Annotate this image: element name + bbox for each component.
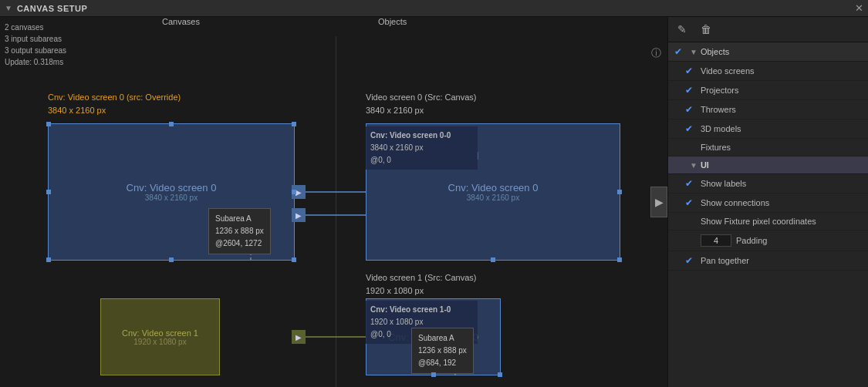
show-labels-label: Show labels bbox=[701, 179, 746, 188]
objects-checkmark: ✔ bbox=[674, 46, 685, 57]
obj-video1-label: Video screen 1 (Src: Canvas) 1920 x 1080… bbox=[366, 271, 476, 297]
canvas1-left-box[interactable]: Cnv: Video screen 1 1920 x 1080 px bbox=[100, 298, 220, 375]
sidebar-item-fixtures[interactable]: Fixtures bbox=[668, 139, 868, 156]
stat-output: 3 output subareas bbox=[5, 45, 66, 56]
resize-handle-bl[interactable] bbox=[46, 257, 51, 262]
canvas-area[interactable]: 2 canvases 3 input subareas 3 output sub… bbox=[0, 17, 667, 387]
resize-handle-mr[interactable] bbox=[292, 190, 296, 194]
edit-icon-btn[interactable]: ✎ bbox=[674, 22, 690, 37]
arrow-right-1: ▶ bbox=[292, 330, 306, 344]
stats-overlay: 2 canvases 3 input subareas 3 output sub… bbox=[5, 22, 66, 68]
fixtures-label: Fixtures bbox=[701, 143, 731, 152]
canvas1-center-sub: 1920 x 1080 px bbox=[122, 338, 198, 346]
stat-canvases: 2 canvases bbox=[5, 22, 66, 33]
obj1-resize-bc[interactable] bbox=[431, 372, 436, 377]
sidebar-item-projectors[interactable]: ✔ Projectors bbox=[668, 81, 868, 100]
objects-section-header[interactable]: ✔ ▼ Objects bbox=[668, 42, 868, 62]
3d-models-check: ✔ bbox=[685, 123, 696, 134]
padding-input[interactable] bbox=[701, 234, 731, 247]
ui-chevron-icon: ▼ bbox=[690, 161, 697, 170]
pan-together-check: ✔ bbox=[685, 255, 696, 266]
resize-handle-tc[interactable] bbox=[169, 122, 174, 126]
padding-row: Padding bbox=[668, 231, 868, 251]
panel-divider bbox=[336, 36, 336, 387]
canvas1-center-text: Cnv: Video screen 1 bbox=[122, 328, 198, 338]
throwers-label: Throwers bbox=[701, 105, 736, 114]
collapse-button[interactable]: ▶ bbox=[650, 187, 667, 217]
arrow-right-0b: ▶ bbox=[292, 208, 306, 222]
canvas0-center-text: Cnv: Video screen 0 bbox=[127, 182, 217, 194]
canvas0-center-sub: 3840 x 2160 px bbox=[127, 194, 217, 202]
obj0-resize-br[interactable] bbox=[617, 257, 622, 262]
video-screens-check: ✔ bbox=[685, 66, 696, 76]
show-connections-check: ✔ bbox=[685, 197, 696, 208]
subarea-size-right: 1236 x 888 px bbox=[418, 345, 467, 357]
projectors-label: Projectors bbox=[701, 86, 739, 95]
ui-section-header[interactable]: ▼ UI bbox=[668, 156, 868, 174]
projectors-check: ✔ bbox=[685, 85, 696, 96]
obj-video0-inner: Cnv: Video screen 0-0 3840 x 2160 px @0,… bbox=[366, 126, 478, 170]
subarea-title-left: Subarea A bbox=[215, 213, 264, 225]
3d-models-label: 3D models bbox=[701, 124, 741, 133]
right-panel-list: ✔ ▼ Objects ✔ Video screens ✔ Projectors… bbox=[668, 42, 868, 387]
right-panel: ✎ 🗑 ✔ ▼ Objects ✔ Video screens ✔ bbox=[667, 17, 868, 387]
stat-update: Update: 0.318ms bbox=[5, 56, 66, 68]
ui-section-label: UI bbox=[701, 160, 862, 170]
sidebar-item-3d-models[interactable]: ✔ 3D models bbox=[668, 119, 868, 139]
sidebar-item-show-connections[interactable]: ✔ Show connections bbox=[668, 194, 868, 213]
subarea-title-right: Subarea A bbox=[418, 332, 467, 345]
obj0-center-sub: 3840 x 2160 px bbox=[448, 194, 539, 202]
obj1-resize-br[interactable] bbox=[498, 372, 502, 377]
padding-label: Padding bbox=[736, 236, 767, 245]
col-canvases-header: Canvases bbox=[162, 17, 200, 26]
sidebar-item-pan-together[interactable]: ✔ Pan together bbox=[668, 251, 868, 271]
sidebar-item-throwers[interactable]: ✔ Throwers bbox=[668, 100, 868, 119]
subarea-pos-left: @2604, 1272 bbox=[215, 237, 264, 250]
info-button[interactable]: ⓘ bbox=[651, 46, 661, 60]
objects-chevron-icon: ▼ bbox=[690, 48, 697, 56]
resize-handle-tl[interactable] bbox=[46, 122, 51, 126]
titlebar: ▼ CANVAS SETUP ✕ bbox=[0, 0, 868, 17]
subarea-popup-left: Subarea A 1236 x 888 px @2604, 1272 bbox=[208, 208, 271, 254]
right-toolbar: ✎ 🗑 bbox=[668, 17, 868, 42]
show-fixture-coords-label: Show Fixture pixel coordinates bbox=[701, 217, 816, 226]
sidebar-item-video-screens[interactable]: ✔ Video screens bbox=[668, 62, 868, 81]
sidebar-item-show-labels[interactable]: ✔ Show labels bbox=[668, 174, 868, 194]
titlebar-chevron-icon: ▼ bbox=[5, 4, 12, 12]
subarea-popup-right: Subarea A 1236 x 888 px @684, 192 bbox=[411, 328, 474, 374]
obj-video0-label: Video screen 0 (Src: Canvas) 3840 x 2160… bbox=[366, 91, 476, 116]
resize-handle-ml[interactable] bbox=[46, 190, 51, 194]
sidebar-item-show-fixture-coords[interactable]: Show Fixture pixel coordinates bbox=[668, 213, 868, 231]
obj0-resize-bc[interactable] bbox=[491, 257, 495, 262]
video-screens-label: Video screens bbox=[701, 66, 755, 76]
titlebar-title: CANVAS SETUP bbox=[17, 4, 855, 13]
pan-together-label: Pan together bbox=[701, 256, 749, 265]
subarea-size-left: 1236 x 888 px bbox=[215, 225, 264, 237]
obj0-center-text: Cnv: Video screen 0 bbox=[448, 182, 539, 194]
canvas0-left-label: Cnv: Video screen 0 (src: Override) 3840… bbox=[48, 91, 181, 116]
obj0-resize-mr[interactable] bbox=[617, 190, 622, 194]
resize-handle-br[interactable] bbox=[292, 257, 296, 262]
delete-icon-btn[interactable]: 🗑 bbox=[697, 22, 714, 37]
throwers-check: ✔ bbox=[685, 104, 696, 115]
show-labels-check: ✔ bbox=[685, 178, 696, 189]
resize-handle-bc[interactable] bbox=[169, 257, 174, 262]
main-content: 2 canvases 3 input subareas 3 output sub… bbox=[0, 17, 868, 387]
subarea-pos-right: @684, 192 bbox=[418, 357, 467, 369]
objects-section-label: Objects bbox=[701, 47, 862, 56]
resize-handle-tr[interactable] bbox=[292, 122, 296, 126]
stat-input: 3 input subareas bbox=[5, 33, 66, 45]
col-objects-header: Objects bbox=[378, 17, 407, 26]
show-connections-label: Show connections bbox=[701, 198, 769, 207]
close-icon[interactable]: ✕ bbox=[855, 2, 863, 14]
